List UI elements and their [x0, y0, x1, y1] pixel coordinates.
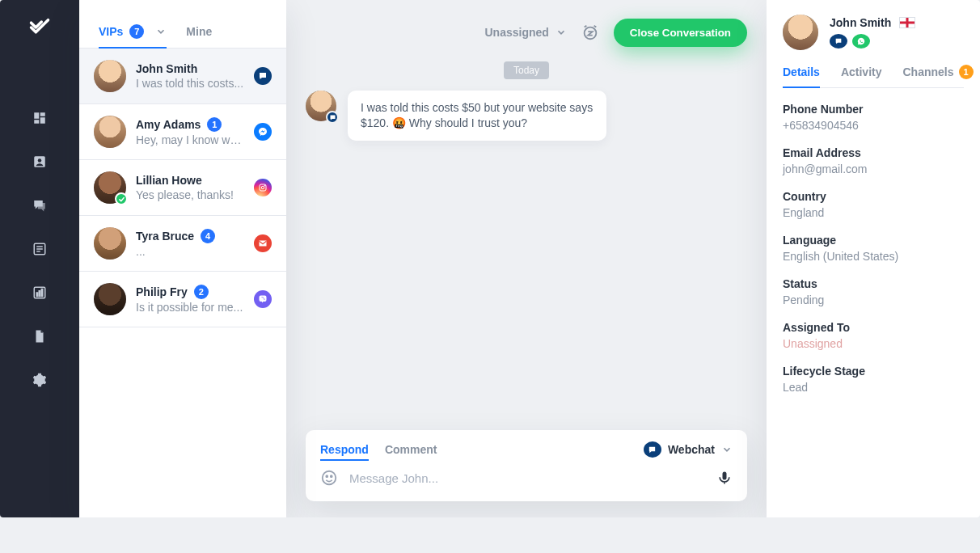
profile-channel-icons	[830, 34, 915, 49]
conversation-item[interactable]: Philip Fry2 Is it possible for me...	[79, 272, 286, 327]
svg-rect-11	[36, 293, 38, 297]
tab-vips[interactable]: VIPs 7	[99, 15, 167, 48]
conversation-meta: Amy Adams1 Hey, may I know wh...	[136, 117, 244, 146]
conversation-meta: Tyra Bruce4 ...	[136, 229, 244, 258]
conversation-item[interactable]: Tyra Bruce4 ...	[79, 216, 286, 272]
field-value: Lead	[783, 381, 964, 394]
whatsapp-icon	[852, 34, 870, 49]
tab-mine[interactable]: Mine	[186, 15, 212, 48]
conversation-item[interactable]: Lillian Howe Yes please, thanks!	[79, 160, 286, 216]
snooze-icon[interactable]	[580, 22, 601, 43]
list-icon[interactable]	[32, 241, 48, 257]
avatar	[94, 60, 126, 92]
tab-channels-badge: 1	[959, 65, 974, 79]
unread-badge: 4	[201, 229, 215, 243]
nav-rail	[0, 0, 79, 517]
profile-identity: John Smith	[830, 16, 915, 49]
conversation-preview: Yes please, thanks!	[136, 188, 244, 201]
svg-point-19	[326, 475, 327, 477]
svg-rect-2	[40, 117, 45, 124]
svg-point-18	[323, 471, 336, 485]
field-lifecycle-stage: Lifecycle Stage Lead	[783, 365, 964, 394]
settings-icon[interactable]	[32, 372, 48, 388]
conversation-meta: John Smith I was told this costs...	[136, 62, 244, 90]
emoji-icon[interactable]	[320, 469, 338, 487]
tab-respond[interactable]: Respond	[320, 443, 369, 456]
chevron-down-icon[interactable]	[155, 26, 167, 37]
avatar	[94, 283, 126, 315]
conversation-item[interactable]: John Smith I was told this costs...	[79, 49, 286, 104]
svg-rect-3	[34, 120, 39, 124]
tab-vips-label: VIPs	[99, 25, 123, 38]
message-row: I was told this costs $50 but your websi…	[306, 91, 747, 141]
profile-tabs: Details Activity Channels 1	[783, 65, 964, 88]
field-status: Status Pending	[783, 277, 964, 306]
avatar	[94, 171, 126, 204]
analytics-icon[interactable]	[32, 285, 48, 301]
profile-panel: John Smith Details Activity Channels 1 P…	[767, 0, 980, 517]
nav-list	[32, 110, 48, 388]
svg-point-20	[331, 475, 332, 477]
field-language: Language English (United States)	[783, 234, 964, 263]
viber-icon	[254, 290, 272, 308]
field-value: Unassigned	[783, 337, 964, 350]
conversation-toolbar: Unassigned Close Conversation	[306, 0, 747, 57]
file-icon[interactable]	[32, 328, 48, 344]
svg-rect-21	[723, 472, 727, 480]
svg-point-5	[38, 158, 42, 163]
microphone-icon[interactable]	[716, 470, 733, 486]
field-assigned-to: Assigned To Unassigned	[783, 321, 964, 350]
avatar	[94, 227, 126, 260]
conversation-list: John Smith I was told this costs... Amy …	[79, 49, 286, 517]
svg-rect-13	[41, 289, 43, 297]
profile-avatar	[783, 15, 818, 50]
tab-mine-label: Mine	[186, 25, 212, 38]
field-value: john@gmail.com	[783, 163, 964, 175]
messages-icon[interactable]	[32, 197, 48, 213]
conversation-meta: Philip Fry2 Is it possible for me...	[136, 285, 244, 314]
conversation-name: Philip Fry2	[136, 285, 244, 299]
svg-point-16	[264, 185, 265, 186]
tab-comment[interactable]: Comment	[385, 443, 437, 456]
tab-activity[interactable]: Activity	[841, 65, 882, 87]
channel-label: Webchat	[668, 443, 715, 456]
conversation-spacer	[306, 149, 747, 430]
channel-picker[interactable]: Webchat	[644, 441, 733, 458]
conversation-meta: Lillian Howe Yes please, thanks!	[136, 174, 244, 201]
webchat-icon	[644, 441, 661, 458]
inbox-tabs: VIPs 7 Mine	[79, 0, 286, 49]
contacts-icon[interactable]	[32, 154, 48, 170]
svg-rect-0	[34, 112, 39, 119]
assignee-dropdown[interactable]: Unassigned	[484, 26, 566, 39]
field-email: Email Address john@gmail.com	[783, 146, 964, 175]
svg-rect-12	[39, 291, 40, 297]
field-value: +65834904546	[783, 119, 964, 132]
unread-badge: 1	[207, 117, 222, 132]
inbox-panel: VIPs 7 Mine John Smith I was told this c…	[79, 0, 286, 517]
unread-badge: 2	[194, 285, 209, 299]
dashboard-icon[interactable]	[32, 110, 48, 126]
field-label: Phone Number	[783, 103, 964, 116]
conversation-name: John Smith	[136, 62, 244, 75]
instagram-icon	[254, 179, 272, 196]
message-input[interactable]	[348, 471, 707, 486]
tab-channels[interactable]: Channels 1	[903, 65, 974, 87]
presence-check-icon	[115, 192, 128, 205]
close-conversation-button[interactable]: Close Conversation	[614, 19, 747, 47]
day-separator: Today	[504, 61, 549, 79]
field-value: Pending	[783, 293, 964, 306]
chevron-down-icon	[721, 444, 733, 455]
field-value: England	[783, 206, 964, 219]
field-value: English (United States)	[783, 250, 964, 263]
tab-vips-badge: 7	[129, 24, 144, 39]
avatar	[94, 116, 126, 148]
app-root: VIPs 7 Mine John Smith I was told this c…	[0, 0, 980, 517]
conversation-preview: I was told this costs...	[136, 77, 244, 90]
conversation-item[interactable]: Amy Adams1 Hey, may I know wh...	[79, 104, 286, 160]
tab-details[interactable]: Details	[783, 65, 820, 87]
conversation-name: Amy Adams1	[136, 117, 244, 132]
field-country: Country England	[783, 190, 964, 219]
field-label: Lifecycle Stage	[783, 365, 964, 378]
svg-point-15	[261, 186, 264, 189]
conversation-preview: ...	[136, 245, 244, 258]
